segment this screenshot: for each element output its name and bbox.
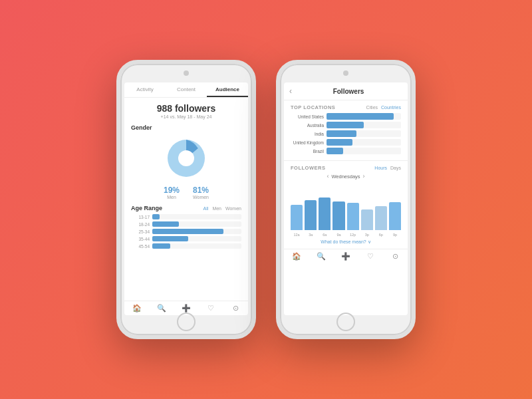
age-row-35-44: 35-44 (131, 236, 241, 241)
bar-9p (389, 202, 401, 230)
audience-screen-content: 988 followers +14 vs. May 18 - May 24 Ge… (124, 98, 248, 301)
right-bottom-nav: 🏠 🔍 ➕ ♡ ⊙ (284, 249, 408, 263)
right-nav-heart[interactable]: ♡ (358, 252, 383, 261)
right-home-button[interactable] (336, 313, 355, 331)
day-label: Wednesdays (331, 174, 360, 180)
followers-chart-section: FOLLOWERS Hours Days ‹ Wednesdays › (284, 161, 408, 249)
tab-content[interactable]: Content (166, 86, 207, 97)
age-filter-all[interactable]: All (203, 206, 209, 211)
location-row-au: Australia (291, 122, 401, 128)
nav-tabs: Activity Content Audience (124, 82, 248, 98)
women-label: Women (193, 195, 209, 200)
location-br: Brazil (291, 149, 324, 154)
locations-title: TOP LOCATIONS (291, 104, 366, 110)
age-filter-women[interactable]: Women (225, 206, 241, 211)
bar-label-12p: 12p (347, 233, 359, 237)
age-bar-bg-45-54 (152, 243, 241, 249)
right-nav-home[interactable]: 🏠 (284, 252, 309, 261)
men-pct: 19% (164, 186, 180, 195)
filter-countries[interactable]: Countries (381, 105, 401, 110)
location-au: Australia (291, 123, 324, 128)
bar-col-12p (347, 184, 359, 230)
filter-hours[interactable]: Hours (374, 166, 387, 170)
followers-bar-chart (291, 184, 401, 230)
location-row-us: United States (291, 113, 401, 120)
svg-point-1 (178, 150, 194, 166)
nav-search[interactable]: 🔍 (149, 304, 174, 313)
what-mean-link[interactable]: What do these mean? ∨ (291, 239, 401, 245)
next-day-arrow[interactable]: › (363, 173, 365, 180)
nav-add[interactable]: ➕ (174, 304, 198, 313)
followers-chart-title: FOLLOWERS (291, 165, 374, 171)
location-uk: United Kingdom (291, 140, 324, 145)
time-filters: Hours Days (374, 166, 401, 170)
age-row-13-17: 13-17 (131, 214, 241, 219)
nav-heart[interactable]: ♡ (199, 304, 223, 313)
location-in: India (291, 132, 324, 136)
bar-label-12a: 12a (291, 233, 303, 237)
men-legend: 19% Men (164, 186, 180, 200)
bar-3a (305, 200, 317, 231)
nav-profile[interactable]: ⊙ (223, 304, 248, 313)
location-us: United States (291, 114, 324, 119)
location-bar-in (327, 130, 356, 137)
bar-label-6a: 6a (319, 233, 331, 237)
gender-pie-container: 19% Men 81% Women (131, 135, 241, 200)
bar-6p (375, 206, 387, 230)
age-header: Age Range All Men Women (131, 205, 241, 211)
gender-section-title: Gender (131, 124, 241, 131)
age-filter-men[interactable]: Men (212, 206, 221, 211)
age-row-45-54: 45-54 (131, 243, 241, 249)
followers-section-header: FOLLOWERS Hours Days (291, 165, 401, 171)
right-nav-profile[interactable]: ⊙ (383, 252, 408, 261)
tab-audience[interactable]: Audience (207, 86, 248, 97)
nav-home[interactable]: 🏠 (124, 304, 149, 313)
bar-col-3a (305, 184, 317, 230)
women-pct: 81% (193, 186, 209, 195)
age-label-35-44: 35-44 (131, 237, 150, 241)
back-button[interactable]: ‹ (289, 86, 292, 96)
age-row-25-34: 25-34 (131, 229, 241, 234)
age-bar-13-17 (152, 214, 160, 219)
bar-label-9p: 9p (389, 233, 401, 237)
age-bar-35-44 (152, 236, 188, 241)
filter-cities[interactable]: Cities (366, 105, 378, 110)
right-phone: ‹ Followers TOP LOCATIONS Cities Countri… (276, 60, 416, 339)
home-button[interactable] (177, 313, 196, 331)
age-bar-25-34 (152, 229, 223, 234)
age-bar-bg-25-34 (152, 229, 241, 234)
age-bar-45-54 (152, 243, 170, 249)
left-phone: Activity Content Audience 988 followers … (116, 60, 256, 339)
bar-12p (347, 203, 359, 230)
gender-pie-chart (163, 135, 209, 182)
location-bar-au (327, 122, 364, 128)
age-bar-18-24 (152, 221, 179, 227)
bar-9a (332, 201, 344, 230)
location-row-in: India (291, 130, 401, 137)
bar-label-6p: 6p (375, 233, 387, 237)
right-nav-add[interactable]: ➕ (333, 252, 358, 261)
bar-6a (319, 198, 331, 230)
bar-col-6a (319, 184, 331, 230)
location-row-uk: United Kingdom (291, 139, 401, 146)
followers-header: ‹ Followers (284, 82, 408, 100)
locations-header: TOP LOCATIONS Cities Countries (291, 104, 401, 110)
prev-day-arrow[interactable]: ‹ (327, 173, 329, 180)
location-bar-uk (327, 139, 352, 146)
bar-label-3p: 3p (361, 233, 373, 237)
bar-col-3p (361, 184, 373, 230)
filter-days[interactable]: Days (390, 166, 401, 170)
screen-title: Followers (295, 88, 402, 95)
bar-labels: 12a 3a 6a 9a 12p 3p 6p 9p (291, 233, 401, 237)
followers-sub: +14 vs. May 18 - May 24 (131, 114, 241, 119)
followers-count: 988 followers (131, 103, 241, 114)
right-nav-search[interactable]: 🔍 (309, 252, 333, 261)
bar-col-9a (332, 184, 344, 230)
location-row-br: Brazil (291, 148, 401, 154)
day-selector: ‹ Wednesdays › (291, 173, 401, 180)
age-range-section: Age Range All Men Women 13-17 18-24 (131, 205, 241, 249)
tab-activity[interactable]: Activity (124, 86, 166, 97)
bar-col-12a (291, 184, 303, 230)
age-bar-bg-13-17 (152, 214, 241, 219)
left-phone-screen: Activity Content Audience 988 followers … (124, 82, 248, 315)
